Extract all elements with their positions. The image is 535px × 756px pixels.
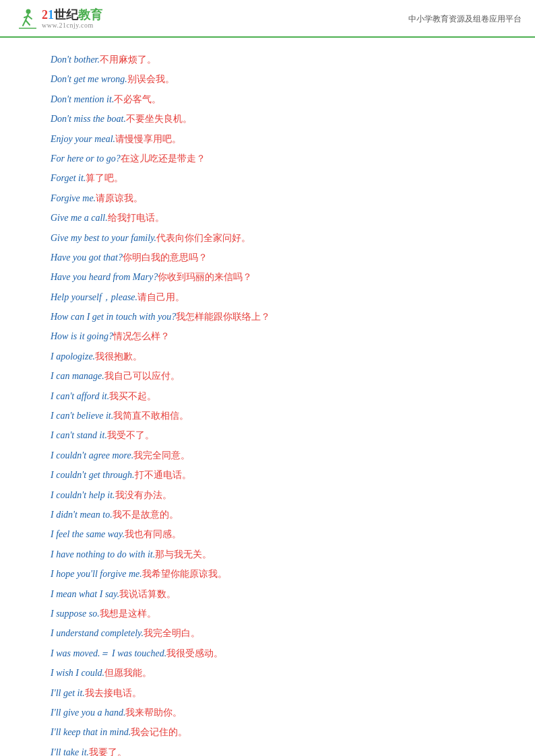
phrase-chinese: 我说话算数。 <box>119 589 176 599</box>
phrase-chinese: 情况怎么样？ <box>113 331 170 341</box>
phrase-item: I hope you'll forgive me.我希望你能原谅我。 <box>51 564 484 584</box>
phrase-chinese: 别误会我。 <box>127 74 175 84</box>
phrase-chinese: 我完全明白。 <box>144 628 200 638</box>
phrase-english: I can't stand it. <box>51 430 107 440</box>
phrase-item: Forgive me.请原谅我。 <box>51 188 484 208</box>
phrase-item: I couldn't get through.打不通电话。 <box>51 465 484 485</box>
phrase-english: I can manage. <box>51 371 104 381</box>
logo-text: 21世纪教育 www.21cnjy.com <box>42 9 102 30</box>
phrase-english: I'll give you a hand. <box>51 708 125 718</box>
phrase-english: Forgive me. <box>51 193 96 203</box>
phrase-chinese: 你收到玛丽的来信吗？ <box>158 272 252 282</box>
phrase-item: I suppose so.我想是这样。 <box>51 604 484 623</box>
phrase-item: Forget it.算了吧。 <box>51 168 484 188</box>
phrase-item: I couldn't agree more.我完全同意。 <box>51 446 484 465</box>
phrase-chinese: 你明白我的意思吗？ <box>123 252 208 263</box>
phrase-chinese: 我买不起。 <box>109 391 156 401</box>
platform-name: 中小学教育资源及组卷应用平台 <box>408 13 522 25</box>
phrases-list: Don't bother.不用麻烦了。Don't get me wrong.别误… <box>51 50 484 756</box>
phrase-chinese: 我没有办法。 <box>115 490 172 500</box>
phrase-item: I couldn't help it.我没有办法。 <box>51 485 484 505</box>
phrase-chinese: 不必客气。 <box>114 94 161 104</box>
phrase-english: Help yourself，please. <box>51 292 137 302</box>
phrase-item: Don't mention it.不必客气。 <box>51 90 484 109</box>
phrase-english: I feel the same way. <box>51 529 125 539</box>
phrase-chinese: 我也有同感。 <box>125 529 181 539</box>
phrase-chinese: 我希望你能原谅我。 <box>142 569 227 579</box>
phrase-english: Give my best to your family. <box>51 233 156 243</box>
phrase-english: How is it going? <box>51 331 113 341</box>
phrase-item: Give my best to your family.代表向你们全家问好。 <box>51 228 484 248</box>
phrase-chinese: 我完全同意。 <box>133 450 190 460</box>
phrase-english: Give me a call. <box>51 213 108 223</box>
phrase-chinese: 我受不了。 <box>107 430 154 440</box>
phrase-english: For here or to go? <box>51 153 121 164</box>
phrase-chinese: 打不通电话。 <box>135 470 191 480</box>
phrase-item: Have you got that?你明白我的意思吗？ <box>51 248 484 267</box>
phrase-english: I mean what I say. <box>51 589 119 599</box>
phrase-english: I wish I could. <box>51 668 104 678</box>
phrase-item: I can't believe it.我简直不敢相信。 <box>51 406 484 425</box>
phrase-chinese: 我会记住的。 <box>131 727 187 737</box>
phrase-english: I couldn't help it. <box>51 490 115 500</box>
phrase-item: I apologize.我很抱歉。 <box>51 347 484 366</box>
svg-line-5 <box>24 16 28 18</box>
phrase-item: Give me a call.给我打电话。 <box>51 208 484 228</box>
phrase-chinese: 不用麻烦了。 <box>100 55 156 65</box>
phrase-english: I'll take it. <box>51 747 89 756</box>
phrase-item: I feel the same way.我也有同感。 <box>51 524 484 544</box>
phrase-english: Forget it. <box>51 173 86 183</box>
phrase-english: I didn't mean to. <box>51 510 113 520</box>
phrase-english: I'll get it. <box>51 688 85 698</box>
phrase-english: I have nothing to do with it. <box>51 549 155 559</box>
phrase-chinese: 我自己可以应付。 <box>104 371 180 381</box>
phrase-item: I mean what I say.我说话算数。 <box>51 584 484 604</box>
phrase-chinese: 我来帮助你。 <box>125 708 182 718</box>
svg-point-0 <box>26 9 31 14</box>
phrase-item: Help yourself，please.请自己用。 <box>51 287 484 307</box>
phrase-chinese: 我想是这样。 <box>100 609 156 619</box>
phrase-chinese: 代表向你们全家问好。 <box>156 233 251 243</box>
phrase-item: I have nothing to do with it.那与我无关。 <box>51 545 484 564</box>
phrase-item: I'll give you a hand.我来帮助你。 <box>51 703 484 722</box>
phrase-item: Don't get me wrong.别误会我。 <box>51 69 484 89</box>
phrase-chinese: 请原谅我。 <box>96 193 143 203</box>
phrase-chinese: 我不是故意的。 <box>113 510 179 520</box>
logo-subtitle: www.21cnjy.com <box>42 22 102 29</box>
logo-icon <box>13 7 38 31</box>
phrase-english: Don't miss the boat. <box>51 114 126 124</box>
phrase-item: I'll keep that in mind.我会记住的。 <box>51 722 484 742</box>
phrase-english: I can't believe it. <box>51 411 113 421</box>
phrase-item: I'll take it.我要了。 <box>51 743 484 756</box>
phrase-chinese: 算了吧。 <box>86 173 123 183</box>
content-area: Don't bother.不用麻烦了。Don't get me wrong.别误… <box>0 38 535 756</box>
phrase-english: I hope you'll forgive me. <box>51 569 142 579</box>
phrase-item: Don't bother.不用麻烦了。 <box>51 50 484 69</box>
phrase-item: For here or to go?在这儿吃还是带走？ <box>51 149 484 168</box>
svg-line-3 <box>26 20 30 25</box>
phrase-chinese: 不要坐失良机。 <box>126 114 192 124</box>
phrase-chinese: 请慢慢享用吧。 <box>115 134 181 144</box>
logo: 21世纪教育 www.21cnjy.com <box>13 7 102 31</box>
phrase-item: I can manage.我自己可以应付。 <box>51 366 484 386</box>
phrase-item: I was moved.＝ I was touched.我很受感动。 <box>51 644 484 663</box>
phrase-item: How can I get in touch with you?我怎样能跟你联络… <box>51 307 484 327</box>
phrase-item: I can't afford it.我买不起。 <box>51 386 484 406</box>
phrase-chinese: 但愿我能。 <box>104 668 152 678</box>
phrase-chinese: 我简直不敢相信。 <box>113 411 189 421</box>
logo-main-text: 21世纪教育 <box>42 9 102 22</box>
svg-line-2 <box>23 20 26 26</box>
phrase-english: I suppose so. <box>51 609 100 619</box>
phrase-english: Don't get me wrong. <box>51 74 127 84</box>
phrase-english: I was moved.＝ I was touched. <box>51 648 166 658</box>
phrase-chinese: 那与我无关。 <box>155 549 212 559</box>
phrase-english: Have you heard from Mary? <box>51 272 158 282</box>
phrase-item: Enjoy your meal.请慢慢享用吧。 <box>51 129 484 149</box>
phrase-chinese: 给我打电话。 <box>108 213 164 223</box>
phrase-chinese: 在这儿吃还是带走？ <box>121 153 206 164</box>
phrase-item: I didn't mean to.我不是故意的。 <box>51 505 484 524</box>
phrase-chinese: 请自己用。 <box>137 292 185 302</box>
phrase-english: I understand completely. <box>51 628 144 638</box>
phrase-chinese: 我要了。 <box>89 747 127 756</box>
phrase-item: I'll get it.我去接电话。 <box>51 683 484 703</box>
